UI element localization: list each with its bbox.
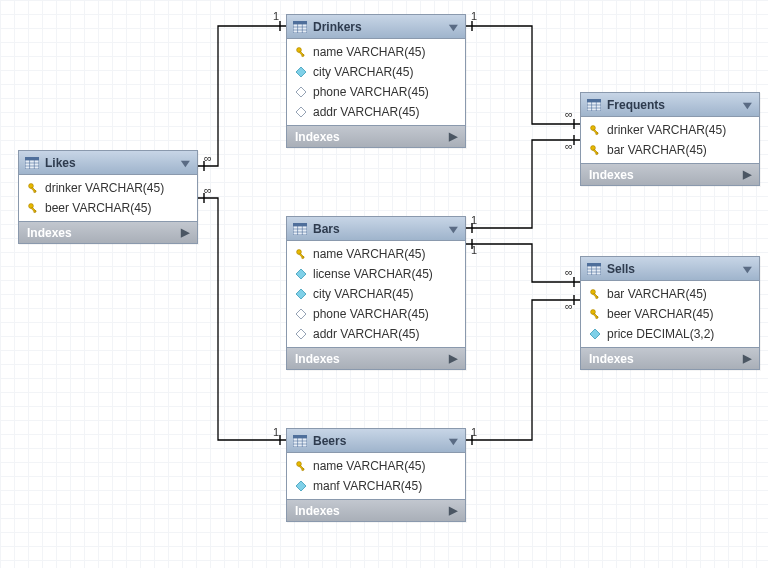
table-header[interactable]: Beers▼ <box>287 429 465 453</box>
primary-key-icon <box>589 308 601 320</box>
table-header[interactable]: Frequents▼ <box>581 93 759 117</box>
indexes-section[interactable]: Indexes▶ <box>287 125 465 147</box>
nullable-diamond-icon <box>295 308 307 320</box>
column-row[interactable]: name VARCHAR(45) <box>287 244 465 264</box>
primary-key-icon <box>589 288 601 300</box>
svg-rect-12 <box>25 157 39 160</box>
columns-list: bar VARCHAR(45)beer VARCHAR(45)price DEC… <box>581 281 759 347</box>
column-row[interactable]: price DECIMAL(3,2) <box>581 324 759 344</box>
table-sells[interactable]: Sells▼bar VARCHAR(45)beer VARCHAR(45)pri… <box>580 256 760 370</box>
table-header[interactable]: Sells▼ <box>581 257 759 281</box>
table-icon <box>25 157 39 169</box>
column-row[interactable]: drinker VARCHAR(45) <box>19 178 197 198</box>
table-title: Sells <box>607 262 736 276</box>
notnull-diamond-icon <box>295 288 307 300</box>
notnull-diamond-icon <box>589 328 601 340</box>
expand-arrow-icon: ▶ <box>449 130 457 143</box>
column-row[interactable]: beer VARCHAR(45) <box>19 198 197 218</box>
cardinality-label: 1 <box>470 426 478 438</box>
column-row[interactable]: beer VARCHAR(45) <box>581 304 759 324</box>
table-drinkers[interactable]: Drinkers▼name VARCHAR(45)city VARCHAR(45… <box>286 14 466 148</box>
cardinality-label: 1 <box>470 244 478 256</box>
table-frequents[interactable]: Frequents▼drinker VARCHAR(45)bar VARCHAR… <box>580 92 760 186</box>
column-row[interactable]: addr VARCHAR(45) <box>287 324 465 344</box>
column-row[interactable]: name VARCHAR(45) <box>287 42 465 62</box>
column-row[interactable]: bar VARCHAR(45) <box>581 284 759 304</box>
table-title: Likes <box>45 156 174 170</box>
svg-rect-49 <box>293 435 307 438</box>
indexes-label: Indexes <box>589 352 634 366</box>
table-title: Beers <box>313 434 442 448</box>
columns-list: name VARCHAR(45)manf VARCHAR(45) <box>287 453 465 499</box>
column-row[interactable]: manf VARCHAR(45) <box>287 476 465 496</box>
svg-rect-36 <box>293 223 307 226</box>
expand-arrow-icon: ▶ <box>181 226 189 239</box>
collapse-icon[interactable]: ▼ <box>446 21 461 33</box>
svg-marker-83 <box>590 329 600 339</box>
relationship-line <box>466 300 580 440</box>
column-row[interactable]: name VARCHAR(45) <box>287 456 465 476</box>
primary-key-icon <box>27 202 39 214</box>
svg-marker-34 <box>296 87 306 97</box>
cardinality-label: ∞ <box>564 266 574 278</box>
indexes-label: Indexes <box>27 226 72 240</box>
table-likes[interactable]: Likes▼drinker VARCHAR(45)beer VARCHAR(45… <box>18 150 198 244</box>
collapse-icon[interactable]: ▼ <box>178 157 193 169</box>
collapse-icon[interactable]: ▼ <box>446 435 461 447</box>
column-text: city VARCHAR(45) <box>313 287 413 301</box>
svg-marker-58 <box>296 481 306 491</box>
primary-key-icon <box>295 460 307 472</box>
table-bars[interactable]: Bars▼name VARCHAR(45)license VARCHAR(45)… <box>286 216 466 370</box>
column-text: name VARCHAR(45) <box>313 247 425 261</box>
primary-key-icon <box>295 46 307 58</box>
column-row[interactable]: drinker VARCHAR(45) <box>581 120 759 140</box>
svg-rect-37 <box>293 226 307 235</box>
svg-rect-25 <box>293 24 307 33</box>
expand-arrow-icon: ▶ <box>743 168 751 181</box>
table-beers[interactable]: Beers▼name VARCHAR(45)manf VARCHAR(45)In… <box>286 428 466 522</box>
indexes-section[interactable]: Indexes▶ <box>581 163 759 185</box>
indexes-section[interactable]: Indexes▶ <box>287 499 465 521</box>
column-row[interactable]: phone VARCHAR(45) <box>287 82 465 102</box>
table-icon <box>587 99 601 111</box>
column-row[interactable]: city VARCHAR(45) <box>287 284 465 304</box>
cardinality-label: ∞ <box>564 140 574 152</box>
column-row[interactable]: phone VARCHAR(45) <box>287 304 465 324</box>
column-text: beer VARCHAR(45) <box>607 307 713 321</box>
column-row[interactable]: city VARCHAR(45) <box>287 62 465 82</box>
cardinality-label: ∞ <box>203 184 213 196</box>
collapse-icon[interactable]: ▼ <box>740 263 755 275</box>
column-text: city VARCHAR(45) <box>313 65 413 79</box>
svg-marker-47 <box>296 309 306 319</box>
table-header[interactable]: Drinkers▼ <box>287 15 465 39</box>
column-text: bar VARCHAR(45) <box>607 287 707 301</box>
svg-marker-46 <box>296 289 306 299</box>
indexes-label: Indexes <box>295 352 340 366</box>
column-text: name VARCHAR(45) <box>313 459 425 473</box>
table-header[interactable]: Bars▼ <box>287 217 465 241</box>
column-text: bar VARCHAR(45) <box>607 143 707 157</box>
indexes-section[interactable]: Indexes▶ <box>287 347 465 369</box>
table-title: Bars <box>313 222 442 236</box>
svg-marker-45 <box>296 269 306 279</box>
indexes-section[interactable]: Indexes▶ <box>581 347 759 369</box>
column-text: name VARCHAR(45) <box>313 45 425 59</box>
expand-arrow-icon: ▶ <box>743 352 751 365</box>
column-text: drinker VARCHAR(45) <box>45 181 164 195</box>
column-text: license VARCHAR(45) <box>313 267 433 281</box>
column-row[interactable]: license VARCHAR(45) <box>287 264 465 284</box>
expand-arrow-icon: ▶ <box>449 352 457 365</box>
indexes-label: Indexes <box>589 168 634 182</box>
collapse-icon[interactable]: ▼ <box>446 223 461 235</box>
column-row[interactable]: addr VARCHAR(45) <box>287 102 465 122</box>
relationship-line <box>198 26 286 166</box>
column-text: phone VARCHAR(45) <box>313 85 429 99</box>
relationship-line <box>466 26 580 124</box>
table-icon <box>293 21 307 33</box>
indexes-section[interactable]: Indexes▶ <box>19 221 197 243</box>
table-header[interactable]: Likes▼ <box>19 151 197 175</box>
column-row[interactable]: bar VARCHAR(45) <box>581 140 759 160</box>
notnull-diamond-icon <box>295 268 307 280</box>
svg-rect-72 <box>587 266 601 275</box>
collapse-icon[interactable]: ▼ <box>740 99 755 111</box>
